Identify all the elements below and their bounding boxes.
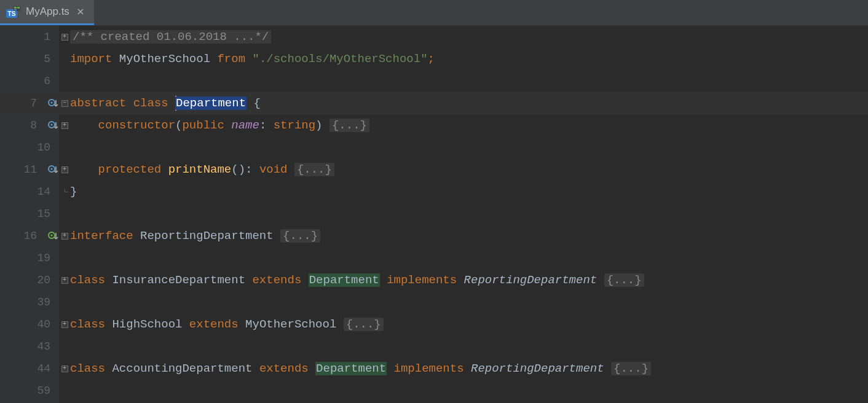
svg-point-9 — [50, 123, 52, 125]
code-line: constructor(public name: string) {...} — [70, 114, 369, 136]
line-number: 1 — [44, 26, 50, 48]
code-line: /** created 01.06.2018 ...*/ — [70, 26, 271, 48]
code-line: interface ReportingDepartment {...} — [70, 225, 320, 247]
tab-bar: TS MyApp.ts — [0, 0, 868, 26]
line-number: 39 — [37, 291, 50, 313]
overrides-icon[interactable] — [47, 163, 60, 176]
code-line: import MyOtherSchool from "./schools/MyO… — [70, 48, 435, 70]
svg-point-11 — [50, 168, 52, 170]
line-number: 20 — [37, 269, 50, 291]
fold-expand-icon[interactable]: + — [61, 321, 68, 328]
line-number: 43 — [37, 335, 50, 358]
line-number: 16 — [23, 225, 37, 247]
tab-filename: MyApp.ts — [26, 1, 69, 23]
tab-myapp[interactable]: TS MyApp.ts — [0, 0, 94, 25]
fold-end-icon — [61, 189, 68, 195]
line-number: 40 — [37, 313, 50, 335]
svg-point-7 — [50, 101, 52, 103]
code-editor[interactable]: 1 5 6 7 8 10 11 14 15 16 — [0, 26, 868, 403]
overrides-icon[interactable] — [47, 96, 60, 110]
fold-expand-icon[interactable]: + — [61, 34, 68, 41]
typescript-file-icon: TS — [6, 6, 22, 18]
folded-region[interactable]: {...} — [294, 163, 334, 176]
line-number: 5 — [44, 48, 50, 70]
fold-expand-icon[interactable]: + — [61, 166, 68, 173]
selected-identifier: Department — [175, 96, 247, 110]
code-line: } — [70, 181, 77, 203]
code-line: class AccountingDepartment extends Depar… — [70, 358, 651, 380]
code-line: abstract class Department { — [70, 92, 261, 114]
close-icon[interactable] — [76, 7, 85, 17]
svg-rect-3 — [14, 7, 17, 9]
line-number: 10 — [37, 136, 50, 158]
svg-rect-4 — [17, 7, 20, 9]
implements-icon[interactable] — [47, 229, 60, 243]
line-number: 7 — [30, 92, 37, 114]
usage-highlight: Department — [309, 273, 380, 287]
line-number: 19 — [37, 247, 50, 269]
line-number: 8 — [30, 114, 37, 136]
code-line: class HighSchool extends MyOtherSchool {… — [70, 313, 384, 335]
line-number: 14 — [37, 181, 50, 203]
svg-point-13 — [50, 234, 52, 236]
line-number: 15 — [37, 203, 50, 225]
code-line: class InsuranceDepartment extends Depart… — [70, 269, 644, 291]
folded-region[interactable]: {...} — [280, 229, 320, 243]
fold-expand-icon[interactable]: + — [61, 366, 68, 372]
line-number: 6 — [44, 70, 50, 92]
fold-expand-icon[interactable]: + — [61, 233, 68, 240]
svg-rect-5 — [14, 9, 17, 10]
folded-region[interactable]: {...} — [344, 318, 384, 331]
folded-region[interactable]: {...} — [604, 273, 644, 287]
line-number: 44 — [37, 358, 50, 380]
gutter: 1 5 6 7 8 10 11 14 15 16 — [0, 26, 59, 403]
folded-region[interactable]: {...} — [329, 119, 369, 132]
line-number: 11 — [23, 158, 37, 181]
line-number: 59 — [37, 380, 50, 402]
overrides-icon[interactable] — [47, 119, 60, 132]
fold-expand-icon[interactable]: + — [61, 122, 68, 129]
code-area[interactable]: + /** created 01.06.2018 ...*/ import My… — [59, 26, 868, 403]
fold-expand-icon[interactable]: + — [61, 277, 68, 284]
usage-highlight: Department — [315, 362, 387, 375]
svg-text:TS: TS — [8, 10, 16, 17]
fold-collapse-icon[interactable]: − — [61, 100, 68, 107]
folded-region[interactable]: {...} — [611, 362, 651, 375]
code-line: protected printName(): void {...} — [70, 158, 334, 181]
